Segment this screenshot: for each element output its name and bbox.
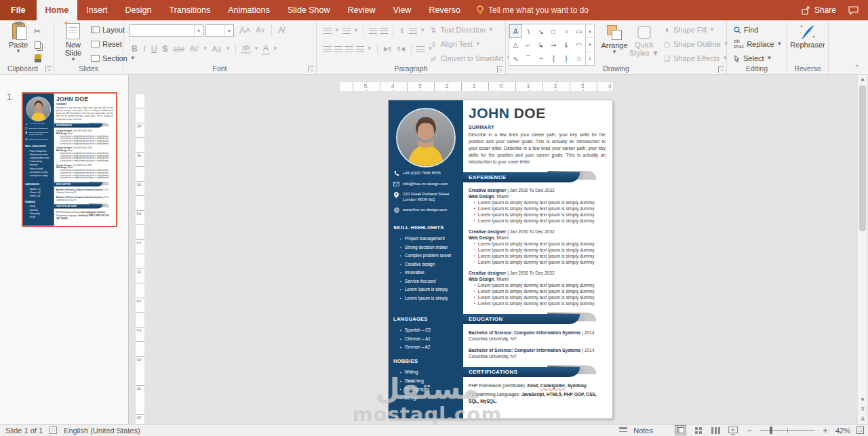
arrange-button[interactable]: Arrange ▼: [599, 23, 629, 68]
zoom-slider-thumb[interactable]: [770, 427, 772, 434]
resume-main-column[interactable]: JOHN DOE SUMMARY Describe in a few lines…: [463, 100, 612, 418]
experience-banner[interactable]: EXPERIENCE: [54, 123, 109, 127]
text-shadow-button[interactable]: S: [161, 44, 169, 54]
shape-cell-8[interactable]: ↳: [534, 38, 547, 52]
shape-effects-button[interactable]: ❏Shape Effects▼: [663, 52, 728, 64]
drawing-dialog-launcher[interactable]: ↘: [718, 66, 724, 73]
shape-gallery-scroll-up[interactable]: ▲: [586, 24, 594, 37]
education-banner[interactable]: EDUCATION: [463, 313, 596, 324]
shape-cell-11[interactable]: ◠: [572, 38, 585, 52]
fit-slide-to-window-button[interactable]: [856, 427, 864, 434]
underline-button[interactable]: U: [150, 44, 159, 54]
line-spacing-button[interactable]: ⇕: [398, 27, 406, 35]
normal-view-button[interactable]: [675, 425, 686, 435]
convert-smartart-button[interactable]: ⇄Convert to SmartArt▼: [429, 52, 511, 64]
highlight-color-button[interactable]: ab: [241, 44, 251, 54]
align-text-button[interactable]: ⇳Align Text▼: [429, 38, 481, 50]
decrease-font-size-button[interactable]: A˅: [254, 26, 267, 34]
shape-gallery-scroll-down[interactable]: ▼: [586, 37, 594, 51]
numbering-button[interactable]: [342, 28, 351, 34]
certifications-banner[interactable]: CERTIFICATIONS: [54, 204, 109, 209]
decrease-indent-button[interactable]: [369, 28, 377, 34]
tab-transitions[interactable]: Transitions: [160, 0, 219, 20]
scroll-up-arrow[interactable]: ▲: [858, 75, 867, 84]
cut-icon[interactable]: ✂: [34, 26, 41, 36]
languages-section[interactable]: LANGUAGES ▪Spanish – C2▪Chinese – A1▪Ger…: [23, 183, 54, 198]
summary-title[interactable]: SUMMARY: [56, 104, 116, 106]
increase-indent-button[interactable]: [380, 28, 388, 34]
font-dialog-launcher[interactable]: ↘: [308, 66, 314, 73]
paste-button[interactable]: Paste ▼: [3, 23, 33, 68]
shape-outline-button[interactable]: ▢Shape Outline▼: [663, 38, 729, 50]
bullets-button[interactable]: [323, 28, 332, 34]
reading-view-button[interactable]: [710, 425, 722, 435]
copy-icon[interactable]: [35, 41, 41, 49]
font-name-combobox[interactable]: ▼: [129, 24, 203, 37]
skills-section[interactable]: SKILL HIGHLIGHTS ▪Project management▪Str…: [389, 224, 462, 302]
character-spacing-button[interactable]: AV: [189, 45, 200, 53]
paragraph-dialog-launcher[interactable]: ↘: [497, 66, 503, 73]
strikethrough-button[interactable]: abe: [172, 45, 186, 53]
tab-home[interactable]: Home: [37, 0, 78, 20]
shape-cell-6[interactable]: △: [509, 38, 522, 52]
contact-block[interactable]: +44 (0)20 7666 8555 info@free-cv-design.…: [393, 170, 460, 218]
tab-file[interactable]: File: [0, 0, 37, 20]
next-slide-button[interactable]: ⇊: [858, 414, 867, 424]
text-direction-button[interactable]: ⇅Text Direction▼: [429, 24, 494, 36]
shape-cell-9[interactable]: ⇒: [547, 38, 560, 52]
slide-sorter-view-button[interactable]: [692, 425, 704, 435]
shape-cell-12[interactable]: ∿: [509, 52, 522, 65]
tab-design[interactable]: Design: [117, 0, 161, 20]
paste-dropdown-arrow[interactable]: ▼: [16, 49, 21, 54]
hobbies-section[interactable]: HOBBIES ▪Writing▪Sketching▪Photography▪D…: [389, 358, 462, 402]
find-button[interactable]: Find: [734, 24, 758, 36]
zoom-level[interactable]: 42%: [835, 427, 850, 435]
tell-me-box[interactable]: Tell me what you want to do: [476, 0, 589, 20]
shape-fill-button[interactable]: ⬧Shape Fill▼: [663, 24, 715, 36]
shape-cell-2[interactable]: ↘: [534, 24, 547, 38]
shape-cell-16[interactable]: }: [560, 52, 573, 65]
resume-name[interactable]: JOHN DOE: [469, 105, 612, 121]
resume-sidebar[interactable]: +44 (0)20 7666 8555 info@free-cv-design.…: [389, 100, 463, 418]
tab-insert[interactable]: Insert: [77, 0, 116, 20]
tab-view[interactable]: View: [384, 0, 420, 20]
slideshow-view-button[interactable]: [728, 425, 739, 435]
resume-slide[interactable]: +44 (0)20 7666 8555 info@free-cv-design.…: [389, 100, 612, 418]
shape-cell-15[interactable]: {: [547, 52, 560, 65]
clipboard-dialog-launcher[interactable]: ↘: [45, 66, 52, 73]
contact-block[interactable]: +44 (0)20 7666 8555 info@free-cv-design.…: [25, 123, 53, 142]
summary-text[interactable]: Describe in a few lines your career path…: [469, 132, 606, 165]
columns-button[interactable]: [416, 46, 425, 52]
resume-main-column[interactable]: JOHN DOE SUMMARY Describe in a few lines…: [54, 94, 116, 226]
collapse-ribbon-button[interactable]: ⌃: [854, 64, 860, 71]
italic-button[interactable]: I: [142, 44, 147, 54]
language-indicator[interactable]: English (United States): [64, 427, 140, 435]
certifications-text[interactable]: PHP Framework (certificate): Zend, Codei…: [469, 382, 604, 405]
new-slide-button[interactable]: New Slide ▼: [58, 23, 88, 68]
shape-gallery-more[interactable]: ⊽: [586, 52, 594, 65]
justify-button[interactable]: [356, 46, 364, 52]
summary-text[interactable]: Describe in a few lines your career path…: [56, 106, 113, 121]
shape-cell-5[interactable]: ▭: [572, 24, 585, 38]
avatar[interactable]: [396, 108, 456, 167]
align-left-button[interactable]: [323, 46, 332, 52]
education-entries[interactable]: Bachelor of Science: Computer Informatio…: [463, 330, 612, 359]
hobbies-section[interactable]: HOBBIES ▪Writing▪Sketching▪Photography▪D…: [23, 201, 54, 219]
resume-slide[interactable]: +44 (0)20 7666 8555 info@free-cv-design.…: [23, 94, 116, 226]
shape-cell-10[interactable]: ⇓: [560, 38, 573, 52]
font-name-dropdown-arrow[interactable]: ▼: [194, 25, 203, 36]
experience-entries[interactable]: Creative designer | Jan 2030 To Dec 2032…: [54, 130, 116, 179]
reset-button[interactable]: Reset: [91, 38, 122, 50]
resume-sidebar[interactable]: +44 (0)20 7666 8555 info@free-cv-design.…: [23, 94, 54, 226]
ltr-direction-button[interactable]: ▶¶: [382, 45, 393, 52]
scrollbar-thumb[interactable]: [859, 85, 866, 231]
certifications-banner[interactable]: CERTIFICATIONS: [463, 365, 596, 377]
resume-name[interactable]: JOHN DOE: [56, 96, 116, 102]
font-size-dropdown-arrow[interactable]: ▼: [224, 25, 233, 36]
increase-font-size-button[interactable]: A˄: [238, 25, 252, 35]
tab-reverso[interactable]: Reverso: [420, 0, 469, 20]
avatar[interactable]: [26, 97, 52, 122]
font-size-combobox[interactable]: ▼: [205, 24, 234, 37]
shape-cell-17[interactable]: ☆: [572, 52, 585, 65]
vertical-ruler[interactable]: 54321012345: [135, 94, 145, 424]
